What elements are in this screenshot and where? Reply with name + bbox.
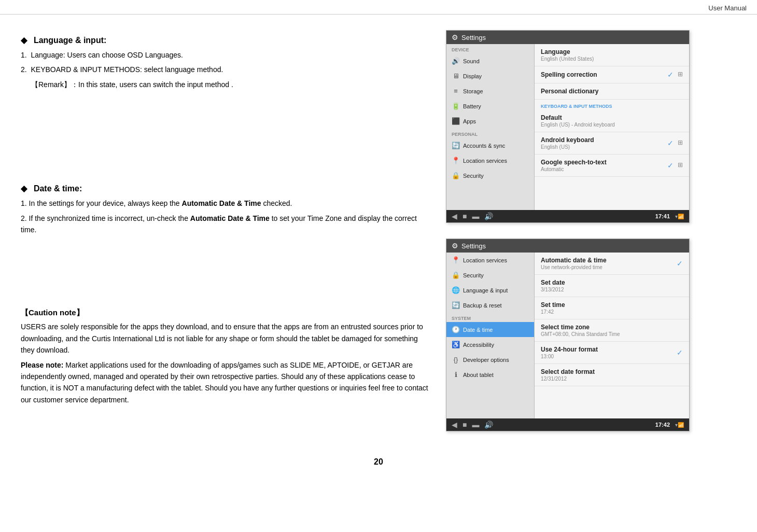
nav2-security[interactable]: 🔒 Security [446,268,534,283]
nav-label-location: Location services [463,158,507,164]
nav-label-display: Display [463,73,482,79]
nav2-label-security: Security [463,272,484,278]
nav2-location[interactable]: 📍 Location services [446,253,534,268]
nav-label-storage: Storage [463,88,483,94]
bullet-icon-2: ◆ [21,184,27,193]
nav2-label-about: About tablet [463,372,494,378]
spelling-checkmark: ✓ [667,71,674,79]
nav2-developer[interactable]: {} Developer options [446,352,534,367]
signal-icons-1: ▾📶 [675,214,684,219]
screenshot1-titlebar: ⚙ Settings [446,31,689,44]
language-remark-text: 【Remark】：In this state, users can switch… [31,80,233,89]
nav2-datetime[interactable]: 🕐 Date & time [446,322,534,337]
time-display-2: 17:42 [655,422,670,428]
content-default[interactable]: Default English (US) - Android keyboard [535,110,689,132]
content-language[interactable]: Language English (United States) [535,44,689,66]
developer-icon: {} [452,356,460,363]
auto-date-title: Automatic date & time [541,257,607,264]
caution-title: 【Caution note】 [21,308,430,318]
screenshot2-content: Automatic date & time Use network-provid… [535,253,689,418]
content-spelling[interactable]: Spelling correction ✓ ⊞ [535,66,689,83]
spelling-title: Spelling correction [541,71,597,78]
nav-item-accounts[interactable]: 🔄 Accounts & sync [446,138,534,153]
page-number: 20 [0,457,757,477]
screenshot1-title: Settings [461,34,486,41]
nav2-about[interactable]: ℹ About tablet [446,367,534,382]
content-date-format[interactable]: Select date format 12/31/2012 [535,364,689,386]
auto-date-checkmark: ✓ [677,259,683,268]
language-item-2: 2. KEYBOARD & INPUT METHODS: select lang… [21,64,430,75]
settings-icon-1: ⚙ [452,33,458,41]
content-24hour[interactable]: Use 24-hour format 13:00 ✓ [535,342,689,364]
screenshot2-titlebar: ⚙ Settings [446,239,689,253]
security-icon-2: 🔒 [452,271,460,279]
nav2-backup[interactable]: 🔄 Backup & reset [446,298,534,313]
colon: : [104,36,106,45]
android-keyboard-title: Android keyboard [541,136,594,144]
screenshot1-navbar: ◀ ■ ▬ 🔊 17:41 ▾📶 [446,210,689,222]
nav2-label-location: Location services [463,257,507,263]
android-keyboard-adjust-icon: ⊞ [678,139,683,147]
home-icon-1: ■ [462,212,467,220]
caution-paragraph-2: Please note: Market applications used fo… [21,359,430,406]
nav-item-display[interactable]: 🖥 Display [446,68,534,83]
date-time-title: ◆ Date & time: [21,184,430,193]
content-android-keyboard[interactable]: Android keyboard English (US) ✓ ⊞ [535,132,689,155]
nav-label-apps: Apps [463,118,476,124]
nav2-label-developer: Developer options [463,357,509,363]
nav-item-security[interactable]: 🔒 Security [446,168,534,183]
timezone-title: Select time zone [541,324,683,331]
nav-label-security: Security [463,173,484,179]
language-item-1: 1. Language: Users can choose OSD Langua… [21,49,430,61]
screenshot2-navbar: ◀ ■ ▬ 🔊 17:42 ▾📶 [446,418,689,431]
signal-icons-2: ▾📶 [675,422,684,428]
language-remark: 【Remark】：In this state, users can switch… [31,79,430,90]
left-column: ◆ Language & input: 1. Language: Users c… [0,25,446,437]
set-date-title: Set date [541,279,683,286]
date-time-section: ◆ Date & time: 1. In the settings for yo… [21,184,430,235]
screenshot1-content: Language English (United States) Spellin… [535,44,689,210]
google-speech-title: Google speech-to-text [541,159,607,166]
default-subtitle: English (US) - Android keyboard [541,122,683,128]
storage-icon: ≡ [452,87,460,95]
nav-item-apps[interactable]: ⬛ Apps [446,114,534,129]
content-dictionary[interactable]: Personal dictionary [535,83,689,100]
android-keyboard-checkmark: ✓ [667,139,674,147]
nav2-label-backup: Backup & reset [463,302,502,309]
display-icon: 🖥 [452,72,460,80]
screenshot-language: ⚙ Settings DEVICE 🔊 Sound 🖥 Display [446,30,690,223]
nav-item-battery[interactable]: 🔋 Battery [446,99,534,114]
google-speech-subtitle: Automatic [541,166,607,172]
nav2-language[interactable]: 🌐 Language & input [446,283,534,298]
content-google-speech[interactable]: Google speech-to-text Automatic ✓ ⊞ [535,155,689,177]
screenshot1-body: DEVICE 🔊 Sound 🖥 Display ≡ Storage 🔋 [446,44,689,210]
colon-2: : [79,184,82,193]
auto-date-subtitle: Use network-provided time [541,264,607,270]
nav2-section-system: SYSTEM [446,313,534,322]
nav-item-location[interactable]: 📍 Location services [446,153,534,168]
dictionary-title: Personal dictionary [541,88,683,95]
right-column: ⚙ Settings DEVICE 🔊 Sound 🖥 Display [446,25,757,437]
nav-item-storage[interactable]: ≡ Storage [446,83,534,99]
volume-icon-2: 🔊 [484,421,493,429]
back-icon-1: ◀ [452,212,457,220]
content-set-date[interactable]: Set date 3/13/2012 [535,275,689,297]
language-input-heading: Language & input [34,36,104,45]
nav2-accessibility[interactable]: ♿ Accessibility [446,337,534,352]
content-auto-date[interactable]: Automatic date & time Use network-provid… [535,253,689,275]
sound-icon: 🔊 [452,57,460,65]
caution-block: 【Caution note】 USERS are solely responsi… [21,308,430,405]
nav-section-personal: PERSONAL [446,129,534,138]
nav-item-sound[interactable]: 🔊 Sound [446,53,534,68]
content-set-time[interactable]: Set time 17:42 [535,297,689,319]
content-timezone[interactable]: Select time zone GMT+08:00, China Standa… [535,319,689,342]
24hour-checkmark: ✓ [677,348,683,357]
screenshot2-nav: 📍 Location services 🔒 Security 🌐 Languag… [446,253,535,418]
nav-label-sound: Sound [463,58,480,64]
language-input-section: ◆ Language & input: 1. Language: Users c… [21,35,430,90]
google-speech-checkmark: ✓ [667,161,674,170]
screenshot2-title: Settings [461,242,486,250]
volume-icon-1: 🔊 [484,212,493,220]
date-format-title: Select date format [541,368,683,375]
language-text-2: KEYBOARD & INPUT METHODS: select languag… [31,65,223,74]
